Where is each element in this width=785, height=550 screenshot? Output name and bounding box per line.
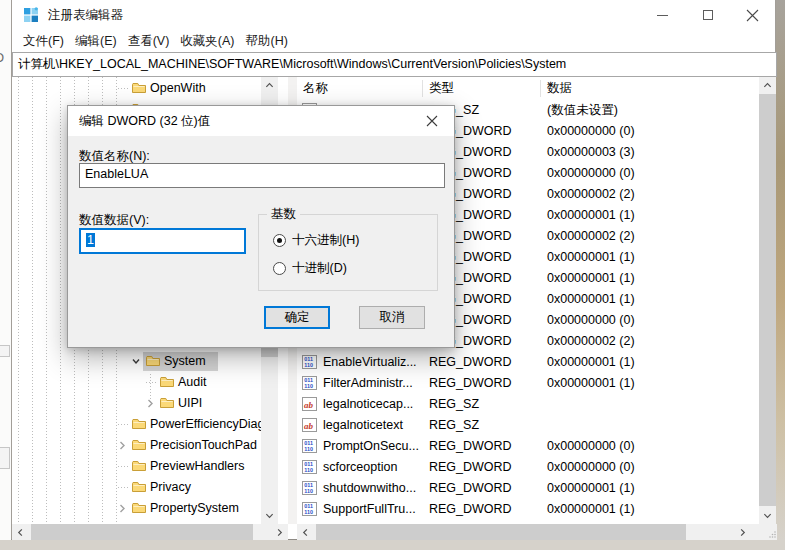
tree-connector — [118, 88, 130, 89]
close-button[interactable] — [730, 0, 775, 30]
svg-text:ab: ab — [304, 400, 314, 410]
cancel-button[interactable]: 取消 — [359, 306, 425, 329]
value-type: REG_SZ — [429, 394, 479, 415]
value-data: 0x00000001 (1) — [547, 268, 635, 289]
menu-bar: 文件(F) 编辑(E) 查看(V) 收藏夹(A) 帮助(H) — [12, 30, 775, 52]
value-name: scforceoption — [323, 457, 423, 478]
column-header-type[interactable]: 类型 — [429, 77, 454, 99]
folder-icon — [132, 460, 146, 472]
tree-item-label: OpenWith — [150, 78, 206, 99]
maximize-icon — [703, 10, 713, 20]
column-separator[interactable] — [540, 80, 541, 97]
value-row-legalnoticetext[interactable]: ablegalnoticetextREG_SZ — [297, 415, 759, 436]
value-data: 0x00000001 (1) — [547, 205, 635, 226]
resize-grip[interactable] — [768, 524, 777, 540]
reg-dword-icon: 011 110 — [302, 376, 318, 390]
radio-decimal[interactable]: 十进制(D) — [273, 261, 347, 275]
scroll-down-icon[interactable] — [759, 507, 776, 524]
value-name: SupportFullTru... — [323, 499, 423, 520]
chevron-right-icon[interactable] — [144, 397, 156, 409]
chevron-right-icon[interactable] — [116, 439, 128, 451]
value-row-filteradministr[interactable]: 011 110FilterAdministr...REG_DWORD0x0000… — [297, 373, 759, 394]
tree-horizontal-scrollbar[interactable] — [12, 524, 288, 540]
menu-help[interactable]: 帮助(H) — [245, 33, 287, 50]
value-data: 0x00000000 (0) — [547, 310, 635, 331]
value-type: REG_DWORD — [429, 457, 512, 478]
scroll-left-icon[interactable] — [12, 524, 29, 540]
chevron-down-icon[interactable] — [130, 355, 142, 367]
background-window-fragment: O — [0, 50, 4, 65]
scroll-right-icon[interactable] — [734, 524, 751, 540]
tree-hscrollbar-thumb[interactable] — [31, 524, 253, 540]
address-bar[interactable]: 计算机\HKEY_LOCAL_MACHINE\SOFTWARE\Microsof… — [12, 52, 777, 77]
value-row-enablevirtualiz[interactable]: 011 110EnableVirtualiz...REG_DWORD0x0000… — [297, 352, 759, 373]
tree-item-previewhandlers[interactable]: PreviewHandlers — [12, 456, 278, 477]
tree-item-audit[interactable]: Audit — [12, 372, 278, 393]
scroll-down-icon[interactable] — [261, 507, 278, 524]
value-type: REG_DWORD — [429, 436, 512, 457]
menu-favorites[interactable]: 收藏夹(A) — [180, 33, 234, 50]
column-header-name[interactable]: 名称 — [303, 77, 328, 99]
svg-text:110: 110 — [304, 362, 313, 368]
menu-edit[interactable]: 编辑(E) — [75, 33, 117, 50]
value-data: 0x00000003 (3) — [547, 142, 635, 163]
value-data-input[interactable]: 1 — [79, 228, 246, 254]
value-row-supportfulltru[interactable]: 011 110SupportFullTru...REG_DWORD0x00000… — [297, 499, 759, 520]
folder-icon — [132, 439, 146, 451]
minimize-button[interactable] — [640, 0, 685, 30]
reg-dword-icon: 011 110 — [302, 355, 318, 369]
maximize-button[interactable] — [685, 0, 730, 30]
reg-dword-icon: 011 110 — [302, 460, 318, 474]
value-name: EnableVirtualiz... — [323, 352, 423, 373]
tree-connector — [118, 466, 130, 467]
column-separator[interactable] — [422, 80, 423, 97]
scroll-up-icon[interactable] — [261, 77, 278, 94]
value-type: REG_DWORD — [429, 373, 512, 394]
radio-button-icon — [273, 262, 286, 275]
scroll-right-icon[interactable] — [271, 524, 288, 540]
folder-icon — [146, 355, 160, 367]
list-hscrollbar-thumb[interactable] — [316, 524, 686, 540]
scroll-up-icon[interactable] — [759, 77, 776, 94]
value-data: 0x00000002 (2) — [547, 226, 635, 247]
value-row-promptonsecu[interactable]: 011 110PromptOnSecu...REG_DWORD0x0000000… — [297, 436, 759, 457]
selected-text: 1 — [86, 233, 95, 247]
tree-item-openwith[interactable]: OpenWith — [12, 78, 278, 99]
ok-button[interactable]: 确定 — [264, 306, 330, 329]
value-row-scforceoption[interactable]: 011 110scforceoptionREG_DWORD0x00000000 … — [297, 457, 759, 478]
reg-dword-icon: 011 110 — [302, 502, 318, 516]
menu-view[interactable]: 查看(V) — [128, 33, 170, 50]
tree-item-propertysystem[interactable]: PropertySystem — [12, 498, 278, 519]
svg-text:110: 110 — [304, 488, 313, 494]
tree-item-uipi[interactable]: UIPI — [12, 393, 278, 414]
menu-file[interactable]: 文件(F) — [23, 33, 64, 50]
value-row-shutdownwitho[interactable]: 011 110shutdownwitho...REG_DWORD0x000000… — [297, 478, 759, 499]
value-data: 0x00000001 (1) — [547, 352, 635, 373]
tree-item-system[interactable]: System — [12, 351, 278, 372]
value-data: 0x00000001 (1) — [547, 373, 635, 394]
radio-hexadecimal[interactable]: 十六进制(H) — [273, 233, 359, 247]
edit-dword-dialog: 编辑 DWORD (32 位)值 数值名称(N): EnableLUA 数值数据… — [67, 105, 455, 348]
reg-sz-icon: ab — [302, 418, 318, 432]
list-vertical-scrollbar[interactable] — [759, 77, 776, 524]
value-data: 0x00000001 (1) — [547, 478, 635, 499]
list-scrollbar-thumb[interactable] — [759, 94, 776, 506]
tree-item-label: Privacy — [150, 477, 191, 498]
value-name: PromptOnSecu... — [323, 436, 423, 457]
window-title: 注册表编辑器 — [48, 0, 123, 30]
value-row-legalnoticecap[interactable]: ablegalnoticecap...REG_SZ — [297, 394, 759, 415]
svg-text:110: 110 — [304, 509, 313, 515]
chevron-right-icon[interactable] — [116, 502, 128, 514]
value-name-input[interactable]: EnableLUA — [79, 163, 445, 188]
tree-item-label: PrecisionTouchPad — [150, 435, 257, 456]
tree-item-powerefficiencydiagno[interactable]: PowerEfficiencyDiagno — [12, 414, 278, 435]
list-horizontal-scrollbar[interactable] — [297, 524, 768, 540]
tree-item-privacy[interactable]: Privacy — [12, 477, 278, 498]
scroll-left-icon[interactable] — [297, 524, 314, 540]
value-type: REG_SZ — [429, 415, 479, 436]
dialog-close-button[interactable] — [409, 106, 454, 136]
column-header-data[interactable]: 数据 — [547, 77, 572, 99]
value-name: legalnoticecap... — [323, 394, 423, 415]
tree-item-precisiontouchpad[interactable]: PrecisionTouchPad — [12, 435, 278, 456]
tree-item-label: UIPI — [178, 393, 202, 414]
